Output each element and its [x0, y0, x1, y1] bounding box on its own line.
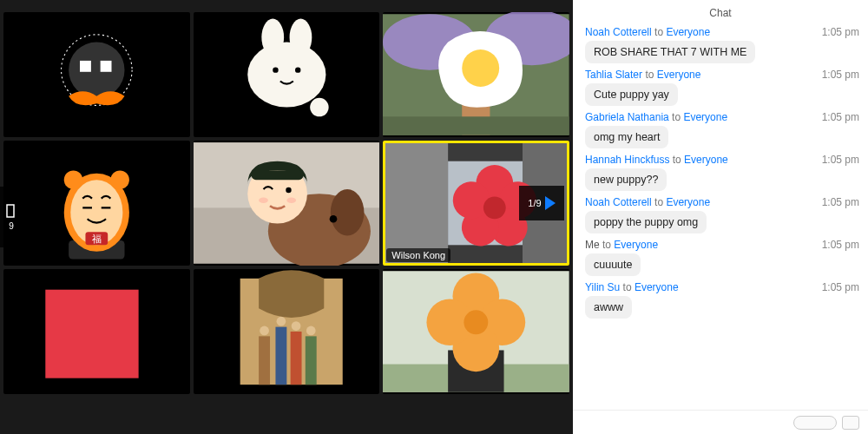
chat-sender[interactable]: Yilin Su [585, 281, 620, 293]
chat-to-label: to [669, 154, 684, 166]
chat-recipient[interactable]: Everyone [684, 154, 728, 166]
chat-timestamp: 1:05 pm [822, 154, 859, 166]
mustache-avatar-icon [3, 12, 190, 137]
svg-point-11 [310, 98, 328, 116]
svg-point-35 [286, 198, 296, 203]
orangeflower-avatar-icon [383, 269, 569, 394]
svg-point-34 [259, 198, 268, 203]
chat-recipient[interactable]: Everyone [635, 281, 679, 293]
svg-point-65 [464, 310, 489, 334]
chat-message: Tahlia Slater to Everyone1:05 pmCute pup… [585, 69, 859, 106]
chat-to-label: to [652, 196, 667, 208]
chat-to-label: to [620, 281, 635, 293]
chat-sender[interactable]: Hannah Hinckfuss [585, 154, 669, 166]
svg-rect-4 [101, 61, 112, 72]
svg-point-9 [273, 67, 278, 72]
participant-tile[interactable] [383, 12, 569, 137]
carousel-left-count: 9 [9, 221, 14, 231]
participant-grid: 福 [0, 12, 573, 394]
carousel-next-button[interactable]: 1/9 [519, 186, 564, 220]
chat-timestamp: 1:05 pm [822, 26, 859, 38]
svg-point-8 [247, 42, 326, 107]
participant-name-label: Wilson Kong [386, 248, 450, 262]
chat-recipient[interactable]: Everyone [666, 196, 710, 208]
chat-message: Hannah Hinckfuss to Everyone1:05 pmnew p… [585, 154, 859, 191]
camera-off-icon [6, 204, 16, 218]
page-indicator: 1/9 [528, 198, 541, 208]
chat-to-label: to [652, 26, 667, 38]
chat-message-header: Yilin Su to Everyone1:05 pm [585, 281, 859, 293]
svg-point-23 [110, 170, 128, 188]
painting-avatar-icon [194, 269, 380, 394]
memoji-dog-icon [194, 141, 380, 266]
svg-point-55 [276, 317, 286, 326]
chat-recipient-dropdown[interactable] [793, 416, 837, 430]
chat-bubble[interactable]: cuuuute [585, 253, 641, 276]
svg-point-10 [295, 67, 300, 72]
svg-point-57 [306, 326, 316, 336]
app-root: 9 [0, 0, 868, 434]
chat-timestamp: 1:05 pm [822, 196, 859, 208]
chat-timestamp: 1:05 pm [822, 281, 859, 293]
tiger-avatar-icon: 福 [3, 141, 190, 266]
chat-message-header: Tahlia Slater to Everyone1:05 pm [585, 69, 859, 81]
svg-point-56 [291, 321, 300, 331]
friedegg-avatar-icon [383, 12, 569, 137]
chat-bubble[interactable]: Cute puppy yay [585, 83, 678, 106]
chat-more-button[interactable] [842, 416, 859, 430]
chat-message-list[interactable]: Noah Cotterell to Everyone1:05 pmROB SHA… [573, 26, 868, 410]
svg-rect-50 [259, 336, 270, 385]
participant-tile[interactable] [3, 269, 190, 394]
svg-rect-52 [290, 332, 301, 385]
chat-recipient[interactable]: Everyone [614, 239, 658, 251]
participant-tile-active[interactable]: Wilson Kong 1/9 [383, 141, 569, 266]
chat-sender[interactable]: Noah Cotterell [585, 196, 652, 208]
chat-to-label: to [600, 239, 615, 251]
participant-tile[interactable]: 福 [3, 141, 190, 266]
chat-message: Noah Cotterell to Everyone1:05 pmpoppy t… [585, 196, 859, 233]
chat-message: Gabriela Nathania to Everyone1:05 pmomg … [585, 111, 859, 148]
svg-point-29 [330, 189, 364, 236]
participant-tile[interactable] [383, 269, 569, 394]
svg-point-45 [483, 196, 506, 219]
chat-bubble[interactable]: poppy the puppy omg [585, 211, 707, 233]
participant-tile[interactable] [194, 141, 380, 266]
svg-rect-51 [275, 327, 286, 385]
chat-message: Me to Everyone1:05 pmcuuuute [585, 239, 859, 276]
svg-point-22 [64, 170, 82, 188]
chat-timestamp: 1:05 pm [822, 111, 859, 123]
svg-rect-37 [383, 142, 448, 264]
participant-tile[interactable] [194, 269, 380, 394]
chat-sender[interactable]: Noah Cotterell [585, 26, 652, 38]
chat-footer [573, 410, 868, 434]
svg-point-30 [329, 215, 337, 223]
svg-rect-47 [45, 290, 138, 378]
participant-tile[interactable] [3, 12, 190, 137]
chat-recipient[interactable]: Everyone [657, 69, 701, 81]
chat-sender[interactable]: Tahlia Slater [585, 69, 642, 81]
chat-to-label: to [669, 111, 684, 123]
carousel-prev-button[interactable]: 9 [0, 187, 23, 247]
chat-recipient[interactable]: Everyone [666, 26, 710, 38]
chevron-right-icon [545, 196, 556, 210]
chat-bubble[interactable]: ROB SHARE THAT 7 WITH ME [585, 41, 755, 63]
svg-point-54 [260, 326, 269, 336]
chat-bubble[interactable]: omg my heart [585, 126, 668, 148]
svg-text:福: 福 [92, 233, 102, 244]
chat-recipient[interactable]: Everyone [683, 111, 727, 123]
svg-rect-32 [251, 170, 303, 180]
chat-message: Noah Cotterell to Everyone1:05 pmROB SHA… [585, 26, 859, 63]
chat-to-label: to [642, 69, 657, 81]
chat-header: Chat [573, 0, 868, 26]
chat-bubble[interactable]: awww [585, 296, 632, 319]
participant-tile[interactable] [194, 12, 380, 137]
chat-message-header: Hannah Hinckfuss to Everyone1:05 pm [585, 154, 859, 166]
chat-sender[interactable]: Me [585, 239, 600, 251]
svg-point-17 [463, 49, 500, 87]
svg-rect-16 [383, 116, 569, 135]
chat-panel: Chat Noah Cotterell to Everyone1:05 pmRO… [573, 0, 868, 434]
chat-message-header: Noah Cotterell to Everyone1:05 pm [585, 26, 859, 38]
chat-bubble[interactable]: new puppy?? [585, 168, 667, 191]
chat-message-header: Gabriela Nathania to Everyone1:05 pm [585, 111, 859, 123]
chat-sender[interactable]: Gabriela Nathania [585, 111, 669, 123]
